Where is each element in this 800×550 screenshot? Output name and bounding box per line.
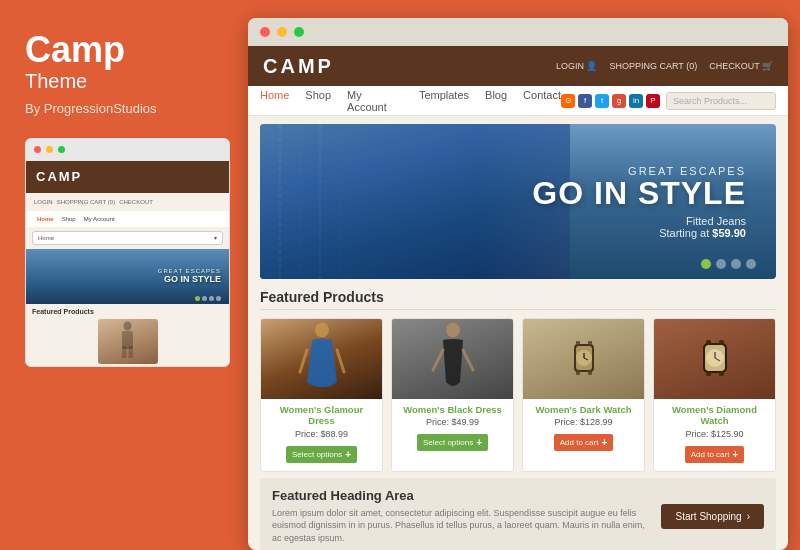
svg-rect-31 <box>719 371 724 376</box>
product-name-3: Women's Dark Watch <box>528 404 639 415</box>
product-card-3: Women's Dark Watch Price: $128.99 Add to… <box>522 318 645 472</box>
search-box[interactable]: Search Products... <box>666 92 776 110</box>
login-link[interactable]: LOGIN 👤 <box>556 61 598 71</box>
mini-dropdown[interactable]: Home ▾ <box>32 231 223 245</box>
left-panel: Camp Theme By ProgressionStudios CAMP LO… <box>0 0 248 550</box>
product-info-1: Women's Glamour Dress Price: $88.99 Sele… <box>261 399 382 471</box>
featured-heading-area: Featured Heading Area Lorem ipsum dolor … <box>260 478 776 550</box>
googleplus-icon[interactable]: g <box>612 94 626 108</box>
product-price-3: Price: $128.99 <box>528 417 639 427</box>
start-shopping-button[interactable]: Start Shopping › <box>661 504 764 529</box>
mini-top-bar: LOGIN SHOPPING CART (0) CHECKOUT <box>26 193 229 211</box>
twitter-icon[interactable]: t <box>595 94 609 108</box>
mini-dot-green <box>58 146 65 153</box>
site-logo: CAMP <box>263 55 334 78</box>
product-price-1: Price: $88.99 <box>266 429 377 439</box>
hero-background: GREAT ESCAPES GO IN STYLE Fitted Jeans S… <box>260 124 776 279</box>
social-icons: ⊙ f t g in P <box>561 94 660 108</box>
mini-hero-dot-4 <box>216 296 221 301</box>
svg-rect-19 <box>576 341 580 346</box>
browser-bar <box>248 18 788 46</box>
mini-site-header: CAMP <box>26 161 229 193</box>
product-btn-4-label: Add to cart <box>691 450 730 459</box>
plus-icon-1: + <box>345 449 351 460</box>
svg-line-12 <box>433 350 443 370</box>
product-name-1: Women's Glamour Dress <box>266 404 377 427</box>
product-image-3 <box>523 319 644 399</box>
featured-heading-text: Featured Heading Area Lorem ipsum dolor … <box>272 488 652 545</box>
svg-rect-2 <box>122 346 127 358</box>
product-image-4 <box>654 319 775 399</box>
mini-dropdown-arrow: ▾ <box>214 234 217 241</box>
hero-product-name: Fitted Jeans <box>686 215 746 227</box>
hero-description: Fitted Jeans Starting at $59.90 <box>532 215 746 239</box>
svg-line-13 <box>463 350 473 370</box>
mini-hero-dot-3 <box>209 296 214 301</box>
mini-product-thumb <box>98 319 158 364</box>
jeans-texture <box>260 124 570 279</box>
rss-icon[interactable]: ⊙ <box>561 94 575 108</box>
watch-figure-3 <box>554 339 614 379</box>
nav-account[interactable]: My Account <box>347 89 403 113</box>
product-btn-2[interactable]: Select options + <box>417 434 488 451</box>
product-btn-2-label: Select options <box>423 438 473 447</box>
search-placeholder: Search Products... <box>673 96 747 106</box>
dress-figure-1 <box>297 322 347 397</box>
product-price-2: Price: $49.99 <box>397 417 508 427</box>
mini-browser-bar <box>26 139 229 161</box>
mini-browser-preview: CAMP LOGIN SHOPPING CART (0) CHECKOUT Ho… <box>25 138 230 367</box>
browser-dot-green <box>294 27 304 37</box>
mini-nav-shop: Shop <box>59 216 79 222</box>
hero-dot-1[interactable] <box>701 259 711 269</box>
mini-cart: SHOPPING CART (0) <box>57 199 115 205</box>
mini-logo: CAMP <box>36 169 82 184</box>
linkedin-icon[interactable]: in <box>629 94 643 108</box>
product-name-2: Women's Black Dress <box>397 404 508 415</box>
mini-hero-text: GREAT ESCAPES GO IN STYLE <box>158 268 221 284</box>
product-card-4: Women's Diamond Watch Price: $125.90 Add… <box>653 318 776 472</box>
svg-rect-3 <box>129 346 134 358</box>
nav-blog[interactable]: Blog <box>485 89 507 113</box>
product-btn-3[interactable]: Add to cart + <box>554 434 614 451</box>
mini-hero-dots <box>195 296 221 301</box>
hero-price: $59.90 <box>712 227 746 239</box>
featured-heading-title: Featured Heading Area <box>272 488 652 503</box>
checkout-link[interactable]: CHECKOUT 🛒 <box>709 61 773 71</box>
jeans-image <box>260 124 570 279</box>
nav-home[interactable]: Home <box>260 89 289 113</box>
mini-hero-dot-2 <box>202 296 207 301</box>
watch-figure-4 <box>685 339 745 379</box>
mini-nav: Home Shop My Account <box>26 211 229 227</box>
facebook-icon[interactable]: f <box>578 94 592 108</box>
product-card-2: Women's Black Dress Price: $49.99 Select… <box>391 318 514 472</box>
by-line: By ProgressionStudios <box>25 101 228 116</box>
theme-title: Camp <box>25 30 228 70</box>
mini-dot-red <box>34 146 41 153</box>
product-info-2: Women's Black Dress Price: $49.99 Select… <box>392 399 513 459</box>
mini-nav-home: Home <box>34 216 57 222</box>
product-card-1: Women's Glamour Dress Price: $88.99 Sele… <box>260 318 383 472</box>
mini-product-figure <box>98 319 158 364</box>
nav-templates[interactable]: Templates <box>419 89 469 113</box>
hero-dot-4[interactable] <box>746 259 756 269</box>
hero-dots <box>701 259 756 269</box>
nav-contact[interactable]: Contact <box>523 89 561 113</box>
product-btn-1[interactable]: Select options + <box>286 446 357 463</box>
plus-icon-3: + <box>601 437 607 448</box>
mini-product-row <box>26 317 229 366</box>
product-btn-4[interactable]: Add to cart + <box>685 446 745 463</box>
product-price-4: Price: $125.90 <box>659 429 770 439</box>
nav-shop[interactable]: Shop <box>305 89 331 113</box>
product-info-4: Women's Diamond Watch Price: $125.90 Add… <box>654 399 775 471</box>
site-header: CAMP LOGIN 👤 SHOPPING CART (0) CHECKOUT … <box>248 46 788 86</box>
svg-line-10 <box>337 350 344 372</box>
browser-dot-red <box>260 27 270 37</box>
hero-price-label: Starting at <box>659 227 709 239</box>
hero-dot-3[interactable] <box>731 259 741 269</box>
mini-hero: GREAT ESCAPES GO IN STYLE <box>26 249 229 304</box>
cart-link[interactable]: SHOPPING CART (0) <box>609 61 697 71</box>
cart-icon: 🛒 <box>762 61 773 71</box>
mini-dot-yellow <box>46 146 53 153</box>
hero-dot-2[interactable] <box>716 259 726 269</box>
pinterest-icon[interactable]: P <box>646 94 660 108</box>
